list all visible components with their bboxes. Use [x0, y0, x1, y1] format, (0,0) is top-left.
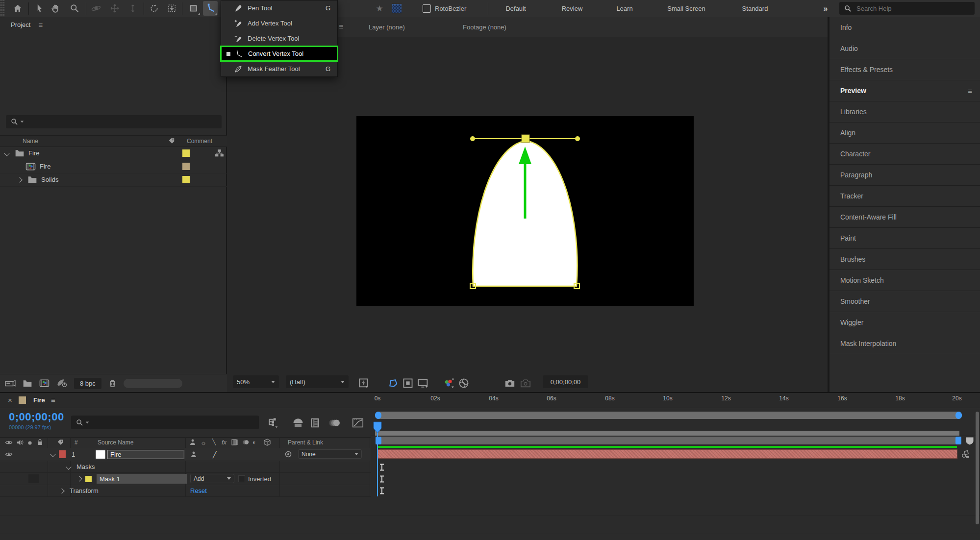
exposure-reset-icon[interactable]	[458, 378, 469, 389]
comp-label-swatch[interactable]	[19, 396, 26, 404]
layer-expand-chevron-icon[interactable]	[50, 451, 55, 457]
project-panel-menu-icon[interactable]: ≡	[38, 21, 43, 28]
project-item-fire-footage[interactable]: Fire	[0, 160, 227, 173]
render-engine-icon[interactable]	[56, 379, 67, 388]
bezier-handle-right[interactable]	[575, 136, 580, 141]
panel-tab-paragraph[interactable]: Paragraph	[829, 165, 980, 186]
rectangle-tool-icon[interactable]	[186, 1, 201, 16]
panel-tab-paint[interactable]: Paint	[829, 228, 980, 249]
tab-layer-viewer[interactable]: Layer (none)	[369, 17, 405, 37]
composition-mini-flowchart-icon[interactable]	[268, 417, 280, 428]
panel-tab-motion-sketch[interactable]: Motion Sketch	[829, 270, 980, 291]
current-time-indicator-line[interactable]	[377, 423, 378, 496]
panel-tab-info[interactable]: Info	[829, 17, 980, 38]
workspace-overflow-chevron[interactable]: »	[824, 0, 828, 17]
mask-lock-cell[interactable]	[28, 474, 39, 483]
bit-depth-button[interactable]: 8 bpc	[74, 378, 101, 389]
project-panel-tab[interactable]: Project	[11, 21, 30, 28]
viewer-panel-menu-icon[interactable]: ≡	[339, 17, 343, 37]
snapshot-camera-icon[interactable]	[504, 378, 515, 388]
workspace-tab-small-screen[interactable]: Small Screen	[667, 0, 705, 17]
project-item-solids-folder[interactable]: Solids	[0, 173, 227, 187]
resolution-dropdown[interactable]: (Half)	[286, 375, 349, 388]
property-row-mask-1[interactable]: Mask 1 Add Inverted	[0, 473, 371, 485]
navigator-start-handle[interactable]	[375, 412, 381, 419]
toolbar-grip[interactable]	[0, 0, 5, 17]
panel-tab-effects-presets[interactable]: Effects & Presets	[829, 59, 980, 80]
workspace-tab-learn[interactable]: Learn	[616, 0, 632, 17]
mask-name-field[interactable]: Mask 1	[97, 474, 187, 484]
layer-duration-bar[interactable]	[377, 449, 957, 459]
horizontal-scrollbar-thumb[interactable]	[124, 379, 182, 388]
mask-inverted-checkbox[interactable]	[238, 475, 245, 482]
home-icon[interactable]	[10, 1, 25, 16]
composition-canvas[interactable]	[356, 116, 694, 306]
selection-tool-icon[interactable]	[32, 1, 47, 16]
fast-previews-icon[interactable]	[358, 378, 369, 389]
new-composition-icon[interactable]	[39, 379, 50, 388]
pan-camera-tool-icon[interactable]	[107, 1, 122, 16]
transform-reset-link[interactable]: Reset	[190, 487, 207, 494]
zoom-tool-icon[interactable]	[67, 1, 82, 16]
show-snapshot-icon[interactable]	[520, 378, 531, 388]
panel-tab-content-aware-fill[interactable]: Content-Aware Fill	[829, 207, 980, 228]
dolly-camera-tool-icon[interactable]	[126, 1, 140, 16]
chevron-down-icon[interactable]	[4, 150, 9, 156]
draft-3d-icon[interactable]	[292, 417, 304, 428]
panel-tab-wiggler[interactable]: Wiggler	[829, 312, 980, 333]
layer-shy-icon[interactable]	[190, 451, 197, 458]
chevron-down-icon[interactable]	[66, 464, 71, 469]
proxy-grid-icon[interactable]	[389, 1, 404, 16]
rotation-tool-icon[interactable]	[147, 1, 161, 16]
current-timecode[interactable]: 0;00;00;00	[9, 411, 64, 423]
panel-tab-libraries[interactable]: Libraries	[829, 101, 980, 123]
magnification-dropdown[interactable]: 50%	[233, 375, 279, 388]
region-of-interest-icon[interactable]	[402, 378, 413, 389]
label-color-swatch[interactable]	[182, 149, 190, 157]
menu-item-convert-vertex-tool-selected[interactable]: Convert Vertex Tool	[220, 46, 338, 62]
label-column-tag-icon[interactable]	[168, 138, 175, 145]
panel-tab-align[interactable]: Align	[829, 123, 980, 144]
work-area-bar[interactable]	[375, 436, 962, 445]
panel-menu-icon[interactable]: ≡	[968, 87, 972, 95]
column-header-name[interactable]: Name	[23, 138, 38, 145]
layer-label-swatch[interactable]	[59, 450, 66, 458]
timeline-vertical-scrollbar[interactable]	[976, 412, 979, 524]
new-folder-icon[interactable]	[23, 379, 32, 388]
property-group-masks[interactable]: Masks	[0, 461, 371, 473]
panel-tab-smoother[interactable]: Smoother	[829, 291, 980, 312]
column-header-comment[interactable]: Comment	[187, 138, 212, 145]
work-area-start-handle[interactable]	[376, 437, 381, 444]
chevron-right-icon[interactable]	[76, 476, 82, 481]
timeline-panel-menu-icon[interactable]: ≡	[51, 396, 55, 404]
graph-editor-icon[interactable]	[352, 417, 364, 428]
panel-tab-audio[interactable]: Audio	[829, 38, 980, 59]
tab-footage-viewer[interactable]: Footage (none)	[463, 17, 506, 37]
rotobezier-checkbox[interactable]	[423, 4, 431, 13]
view-layout-icon[interactable]	[417, 378, 429, 389]
menu-item-delete-vertex-tool[interactable]: Delete Vertex Tool	[221, 31, 337, 46]
column-header-source-name[interactable]: Source Name	[98, 439, 133, 446]
pen-tool-icon-active[interactable]	[203, 1, 218, 16]
mask-vertex-selected[interactable]	[522, 135, 529, 143]
panel-tab-mask-interpolation[interactable]: Mask Interpolation	[829, 333, 980, 354]
orbit-camera-tool-icon[interactable]	[89, 1, 103, 16]
menu-item-add-vertex-tool[interactable]: Add Vertex Tool	[221, 16, 337, 31]
project-item-fire-folder[interactable]: Fire	[0, 147, 227, 160]
mask-visibility-icon[interactable]	[387, 378, 399, 389]
layer-visibility-eye-icon[interactable]	[5, 451, 13, 458]
timeline-search-box[interactable]	[71, 416, 259, 429]
label-color-swatch[interactable]	[182, 163, 190, 170]
comp-marker-bin-icon[interactable]	[965, 436, 975, 446]
parent-dropdown[interactable]: None	[298, 449, 362, 459]
layer-name-field[interactable]: Fire	[107, 450, 184, 459]
panel-tab-character[interactable]: Character	[829, 144, 980, 165]
panel-tab-preview[interactable]: Preview≡	[829, 80, 980, 101]
show-channel-icon[interactable]	[443, 378, 454, 389]
flowchart-icon[interactable]	[215, 149, 224, 157]
toggle-switches-icon[interactable]	[961, 450, 971, 459]
frame-blending-icon[interactable]	[310, 417, 322, 428]
column-header-parent-link[interactable]: Parent & Link	[288, 439, 323, 446]
timeline-tab-title[interactable]: Fire	[33, 396, 45, 404]
menu-item-mask-feather-tool[interactable]: Mask Feather Tool G	[221, 61, 337, 76]
